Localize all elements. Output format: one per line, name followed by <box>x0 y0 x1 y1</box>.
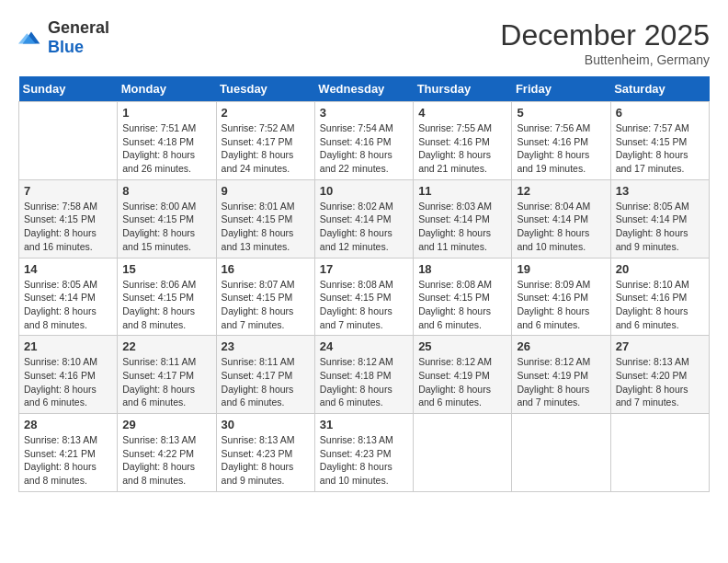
day-number: 5 <box>517 106 605 120</box>
day-number: 16 <box>222 262 310 276</box>
day-info: Sunrise: 8:06 AMSunset: 4:15 PMDaylight:… <box>122 278 210 332</box>
day-cell: 11Sunrise: 8:03 AMSunset: 4:14 PMDayligh… <box>414 179 512 258</box>
day-cell: 3Sunrise: 7:54 AMSunset: 4:16 PMDaylight… <box>314 102 413 180</box>
day-number: 11 <box>418 184 506 198</box>
day-number: 17 <box>320 262 408 276</box>
day-info: Sunrise: 8:13 AMSunset: 4:20 PMDaylight:… <box>616 355 704 409</box>
day-info: Sunrise: 7:56 AMSunset: 4:16 PMDaylight:… <box>517 121 605 176</box>
day-number: 20 <box>616 262 704 276</box>
header-row: SundayMondayTuesdayWednesdayThursdayFrid… <box>19 76 710 102</box>
day-number: 4 <box>418 106 506 120</box>
day-info: Sunrise: 8:02 AMSunset: 4:14 PMDaylight:… <box>320 200 408 254</box>
day-cell: 13Sunrise: 8:05 AMSunset: 4:14 PMDayligh… <box>610 179 709 258</box>
day-cell: 9Sunrise: 8:01 AMSunset: 4:15 PMDaylight… <box>216 179 314 258</box>
day-info: Sunrise: 7:51 AMSunset: 4:18 PMDaylight:… <box>122 121 210 176</box>
day-cell: 22Sunrise: 8:11 AMSunset: 4:17 PMDayligh… <box>118 336 216 414</box>
day-info: Sunrise: 8:13 AMSunset: 4:21 PMDaylight:… <box>24 433 112 488</box>
day-info: Sunrise: 7:55 AMSunset: 4:16 PMDaylight:… <box>418 121 506 176</box>
day-info: Sunrise: 8:08 AMSunset: 4:15 PMDaylight:… <box>320 278 408 332</box>
day-info: Sunrise: 8:12 AMSunset: 4:18 PMDaylight:… <box>320 355 408 409</box>
day-cell <box>414 414 512 492</box>
header-tuesday: Tuesday <box>216 76 314 102</box>
title-block: December 2025 Buttenheim, Germany <box>500 18 710 67</box>
day-number: 1 <box>122 106 210 120</box>
header-sunday: Sunday <box>19 76 118 102</box>
day-info: Sunrise: 8:11 AMSunset: 4:17 PMDaylight:… <box>122 355 210 409</box>
day-number: 27 <box>616 339 704 353</box>
day-number: 30 <box>222 418 310 431</box>
day-info: Sunrise: 7:58 AMSunset: 4:15 PMDaylight:… <box>24 200 112 254</box>
day-info: Sunrise: 8:11 AMSunset: 4:17 PMDaylight:… <box>222 355 310 409</box>
day-cell: 10Sunrise: 8:02 AMSunset: 4:14 PMDayligh… <box>314 179 413 258</box>
logo: General Blue <box>18 18 109 57</box>
day-cell: 31Sunrise: 8:13 AMSunset: 4:23 PMDayligh… <box>314 414 413 492</box>
day-number: 31 <box>320 418 408 431</box>
month-title: December 2025 <box>500 18 710 52</box>
day-cell: 17Sunrise: 8:08 AMSunset: 4:15 PMDayligh… <box>314 258 413 336</box>
day-number: 28 <box>24 418 112 431</box>
day-number: 21 <box>24 339 112 353</box>
week-row-0: 1Sunrise: 7:51 AMSunset: 4:18 PMDaylight… <box>19 102 710 180</box>
logo-blue: Blue <box>48 38 84 56</box>
day-info: Sunrise: 8:12 AMSunset: 4:19 PMDaylight:… <box>517 355 605 409</box>
day-cell: 15Sunrise: 8:06 AMSunset: 4:15 PMDayligh… <box>118 258 216 336</box>
day-info: Sunrise: 8:00 AMSunset: 4:15 PMDaylight:… <box>122 200 210 254</box>
day-cell: 16Sunrise: 8:07 AMSunset: 4:15 PMDayligh… <box>216 258 314 336</box>
day-cell: 20Sunrise: 8:10 AMSunset: 4:16 PMDayligh… <box>610 258 709 336</box>
day-info: Sunrise: 8:09 AMSunset: 4:16 PMDaylight:… <box>517 278 605 332</box>
day-cell: 26Sunrise: 8:12 AMSunset: 4:19 PMDayligh… <box>512 336 610 414</box>
header-monday: Monday <box>118 76 216 102</box>
week-row-3: 21Sunrise: 8:10 AMSunset: 4:16 PMDayligh… <box>19 336 710 414</box>
day-cell <box>512 414 610 492</box>
day-cell: 30Sunrise: 8:13 AMSunset: 4:23 PMDayligh… <box>216 414 314 492</box>
day-cell: 18Sunrise: 8:08 AMSunset: 4:15 PMDayligh… <box>414 258 512 336</box>
day-cell <box>19 102 118 180</box>
header-thursday: Thursday <box>414 76 512 102</box>
day-number: 13 <box>616 184 704 198</box>
day-info: Sunrise: 8:01 AMSunset: 4:15 PMDaylight:… <box>222 200 310 254</box>
week-row-2: 14Sunrise: 8:05 AMSunset: 4:14 PMDayligh… <box>19 258 710 336</box>
day-cell: 7Sunrise: 7:58 AMSunset: 4:15 PMDaylight… <box>19 179 118 258</box>
day-number: 29 <box>122 418 210 431</box>
day-info: Sunrise: 8:08 AMSunset: 4:15 PMDaylight:… <box>418 278 506 332</box>
logo-text: General Blue <box>48 18 109 57</box>
day-info: Sunrise: 8:03 AMSunset: 4:14 PMDaylight:… <box>418 200 506 254</box>
day-number: 24 <box>320 339 408 353</box>
day-info: Sunrise: 8:10 AMSunset: 4:16 PMDaylight:… <box>616 278 704 332</box>
header-friday: Friday <box>512 76 610 102</box>
day-cell: 14Sunrise: 8:05 AMSunset: 4:14 PMDayligh… <box>19 258 118 336</box>
day-info: Sunrise: 8:13 AMSunset: 4:23 PMDaylight:… <box>222 433 310 488</box>
day-number: 18 <box>418 262 506 276</box>
day-cell: 27Sunrise: 8:13 AMSunset: 4:20 PMDayligh… <box>610 336 709 414</box>
subtitle: Buttenheim, Germany <box>500 52 710 67</box>
day-cell: 1Sunrise: 7:51 AMSunset: 4:18 PMDaylight… <box>118 102 216 180</box>
day-number: 15 <box>122 262 210 276</box>
day-cell: 19Sunrise: 8:09 AMSunset: 4:16 PMDayligh… <box>512 258 610 336</box>
day-info: Sunrise: 8:12 AMSunset: 4:19 PMDaylight:… <box>418 355 506 409</box>
day-number: 12 <box>517 184 605 198</box>
day-info: Sunrise: 8:10 AMSunset: 4:16 PMDaylight:… <box>24 355 112 409</box>
day-cell: 4Sunrise: 7:55 AMSunset: 4:16 PMDaylight… <box>414 102 512 180</box>
day-cell: 6Sunrise: 7:57 AMSunset: 4:15 PMDaylight… <box>610 102 709 180</box>
day-info: Sunrise: 8:05 AMSunset: 4:14 PMDaylight:… <box>24 278 112 332</box>
day-cell: 23Sunrise: 8:11 AMSunset: 4:17 PMDayligh… <box>216 336 314 414</box>
week-row-1: 7Sunrise: 7:58 AMSunset: 4:15 PMDaylight… <box>19 179 710 258</box>
day-cell: 2Sunrise: 7:52 AMSunset: 4:17 PMDaylight… <box>216 102 314 180</box>
day-cell: 5Sunrise: 7:56 AMSunset: 4:16 PMDaylight… <box>512 102 610 180</box>
day-info: Sunrise: 8:05 AMSunset: 4:14 PMDaylight:… <box>616 200 704 254</box>
day-cell: 29Sunrise: 8:13 AMSunset: 4:22 PMDayligh… <box>118 414 216 492</box>
day-number: 26 <box>517 339 605 353</box>
day-number: 9 <box>222 184 310 198</box>
day-number: 22 <box>122 339 210 353</box>
day-number: 3 <box>320 106 408 120</box>
day-number: 23 <box>222 339 310 353</box>
day-number: 14 <box>24 262 112 276</box>
day-cell: 12Sunrise: 8:04 AMSunset: 4:14 PMDayligh… <box>512 179 610 258</box>
day-cell: 25Sunrise: 8:12 AMSunset: 4:19 PMDayligh… <box>414 336 512 414</box>
day-info: Sunrise: 8:13 AMSunset: 4:22 PMDaylight:… <box>122 433 210 488</box>
day-number: 8 <box>122 184 210 198</box>
day-number: 19 <box>517 262 605 276</box>
page-header: General Blue December 2025 Buttenheim, G… <box>18 18 710 67</box>
day-info: Sunrise: 8:13 AMSunset: 4:23 PMDaylight:… <box>320 433 408 488</box>
day-cell: 21Sunrise: 8:10 AMSunset: 4:16 PMDayligh… <box>19 336 118 414</box>
